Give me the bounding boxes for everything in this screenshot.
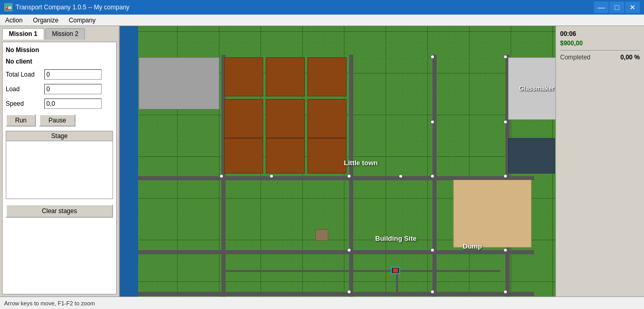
money-display: $900,00: [560, 40, 583, 47]
farm-2: [266, 57, 305, 96]
site-block-5: [315, 229, 328, 241]
game-viewport[interactable]: Glassmaker Mill Little town Building Sit…: [120, 26, 555, 296]
maximize-button[interactable]: □: [610, 2, 624, 13]
waypoint-3: [347, 174, 351, 178]
road-h3: [138, 292, 534, 296]
title-bar-controls: — □ ✕: [594, 2, 640, 13]
title-bar: 🚛 Transport Company 1.0.5 -- My company …: [0, 0, 644, 15]
main-layout: Mission 1 Mission 2 No Mission No client…: [0, 26, 644, 296]
total-load-input[interactable]: [44, 69, 102, 80]
run-button[interactable]: Run: [6, 114, 36, 127]
waypoint-11: [430, 55, 435, 59]
menu-organize[interactable]: Organize: [28, 16, 64, 25]
farm-8: [266, 138, 305, 174]
app-icon: 🚛: [4, 3, 13, 11]
minimize-button[interactable]: —: [594, 2, 609, 13]
completed-value: 0,00 %: [621, 54, 640, 61]
action-buttons: Run Pause: [6, 114, 113, 127]
water-area: [120, 26, 138, 296]
stage-content: [6, 141, 113, 199]
close-button[interactable]: ✕: [625, 2, 640, 13]
vehicle-body: [393, 268, 398, 273]
window-title: Transport Company 1.0.5 -- My company: [16, 4, 129, 11]
farm-1: [224, 57, 263, 96]
money-row: $900,00: [560, 40, 640, 47]
client-status: No client: [6, 57, 113, 66]
clear-stages-button[interactable]: Clear stages: [6, 204, 113, 218]
status-bar: Arrow keys to move, F1-F2 to zoom: [0, 296, 644, 309]
menu-company[interactable]: Company: [64, 16, 101, 25]
title-bar-left: 🚛 Transport Company 1.0.5 -- My company: [4, 3, 129, 11]
farm-6: [307, 99, 346, 138]
waypoint-6: [503, 174, 507, 178]
time-row: 00:06: [560, 30, 640, 38]
dump-area: [453, 180, 531, 248]
total-load-label: Total Load: [6, 71, 42, 78]
tab-mission2[interactable]: Mission 2: [45, 28, 85, 40]
mission-status: No Mission: [6, 45, 113, 55]
waypoint-5: [430, 174, 435, 178]
speed-input[interactable]: [44, 98, 102, 109]
waypoint-1: [219, 174, 224, 178]
waypoint-9: [503, 120, 507, 124]
stage-header: Stage: [6, 131, 113, 141]
total-load-row: Total Load: [6, 69, 113, 80]
menu-bar: Action Organize Company: [0, 15, 644, 26]
farm-4: [224, 99, 263, 138]
farm-9: [307, 138, 346, 174]
vehicle: [391, 267, 400, 274]
road-h2: [138, 250, 534, 254]
glassmaker-label: Glassmaker: [519, 85, 554, 92]
waypoint-16: [503, 290, 507, 294]
left-panel: Mission 1 Mission 2 No Mission No client…: [0, 26, 120, 296]
waypoint-8: [430, 120, 435, 124]
right-panel: 00:06 $900,00 Completed 0,00 %: [555, 26, 644, 296]
time-display: 00:06: [560, 30, 576, 38]
waypoint-14: [503, 248, 507, 252]
mission-tabs: Mission 1 Mission 2: [2, 28, 117, 40]
speed-label: Speed: [6, 100, 42, 107]
farm-3: [307, 57, 346, 96]
completed-row: Completed 0,00 %: [560, 54, 640, 61]
farm-5: [266, 99, 305, 138]
vehicle-path-h2: [396, 270, 500, 272]
waypoint-13: [430, 248, 435, 252]
pause-button[interactable]: Pause: [39, 114, 76, 127]
waypoint-2: [269, 174, 274, 178]
waypoint-15: [430, 290, 435, 294]
completed-label: Completed: [560, 54, 590, 61]
mission-panel: No Mission No client Total Load Load Spe…: [2, 42, 117, 294]
waypoint-7: [347, 248, 351, 252]
load-label: Load: [6, 85, 42, 93]
tab-mission1[interactable]: Mission 1: [2, 28, 44, 40]
stone-area-1: [139, 57, 219, 109]
menu-action[interactable]: Action: [0, 16, 28, 25]
load-row: Load: [6, 84, 113, 94]
info-separator: [560, 50, 640, 51]
load-input[interactable]: [44, 84, 102, 94]
vehicle-path-h1: [224, 270, 401, 272]
stage-container: Stage: [6, 131, 113, 199]
waypoint-4: [399, 174, 403, 178]
farm-7: [224, 138, 263, 174]
waypoint-12: [503, 55, 507, 59]
glassmaker-building: Glassmaker: [508, 57, 555, 120]
speed-row: Speed: [6, 98, 113, 109]
waypoint-18: [347, 290, 351, 294]
solar-panel-1: [508, 138, 555, 174]
status-text: Arrow keys to move, F1-F2 to zoom: [4, 300, 95, 306]
